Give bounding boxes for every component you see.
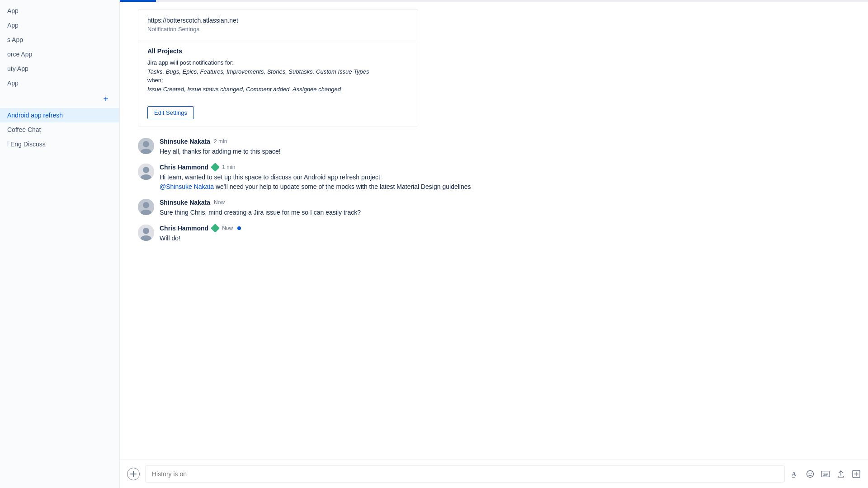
svg-point-10 — [143, 228, 149, 234]
avatar-chris-2 — [138, 225, 154, 241]
sidebar-item-app2[interactable]: App — [0, 18, 119, 33]
message-header-4: Chris Hammond Now — [160, 225, 850, 232]
notification-card-body: All Projects Jira app will post notifica… — [138, 40, 418, 101]
message-input-area: A GIF — [120, 460, 868, 488]
sidebar-item-eng-discuss[interactable]: l Eng Discuss — [0, 137, 119, 151]
sidebar-item-app3[interactable]: s App — [0, 33, 119, 47]
sidebar: App App s App orce App uty App App + And… — [0, 0, 120, 488]
avatar-chris-1 — [138, 164, 154, 180]
diamond-badge-4 — [212, 225, 218, 231]
message-time-3: Now — [214, 199, 225, 206]
message-content-2: Chris Hammond 1 min Hi team, wanted to s… — [160, 164, 850, 192]
avatar-shinsuke-2 — [138, 199, 154, 215]
svg-point-16 — [807, 471, 814, 478]
sidebar-item-app6[interactable]: App — [0, 76, 119, 90]
notification-description: Jira app will post notifications for: Ta… — [147, 58, 409, 94]
message-input[interactable] — [145, 465, 785, 483]
online-indicator — [237, 226, 241, 230]
message-content-4: Chris Hammond Now Will do! — [160, 225, 850, 243]
diamond-icon-4 — [211, 224, 220, 233]
message-author-3: Shinsuke Nakata — [160, 199, 210, 206]
notification-card-footer: Edit Settings — [138, 101, 418, 127]
notifications-for-label: Jira app will post notifications for: — [147, 59, 234, 66]
svg-point-17 — [809, 473, 810, 474]
svg-point-1 — [143, 141, 149, 147]
message-group-4: Chris Hammond Now Will do! — [138, 225, 850, 243]
notification-subtitle: Notification Settings — [147, 26, 409, 33]
notification-url: https://botterscotch.atlassian.net — [147, 17, 409, 24]
when-label: when: — [147, 77, 163, 84]
sidebar-item-app4[interactable]: orce App — [0, 47, 119, 61]
notification-card: https://botterscotch.atlassian.net Notif… — [138, 9, 418, 127]
message-group-2: Chris Hammond 1 min Hi team, wanted to s… — [138, 164, 850, 192]
notification-card-header: https://botterscotch.atlassian.net Notif… — [138, 9, 418, 40]
main-content: https://botterscotch.atlassian.net Notif… — [120, 0, 868, 488]
message-content-3: Shinsuke Nakata Now Sure thing Chris, mi… — [160, 199, 850, 217]
diamond-icon-2 — [211, 163, 220, 172]
message-author-1: Shinsuke Nakata — [160, 138, 210, 145]
issue-types: Tasks, Bugs, Epics, Features, Improvemen… — [147, 68, 369, 75]
svg-point-18 — [811, 473, 812, 474]
svg-point-4 — [143, 167, 149, 173]
message-group-1: Shinsuke Nakata 2 min Hey all, thanks fo… — [138, 138, 850, 156]
message-text-1: Hey all, thanks for adding me to this sp… — [160, 147, 850, 156]
sidebar-item-app5[interactable]: uty App — [0, 61, 119, 76]
edit-settings-button[interactable]: Edit Settings — [147, 106, 194, 119]
message-text-4: Will do! — [160, 234, 850, 243]
message-text-3: Sure thing Chris, mind creating a Jira i… — [160, 208, 850, 217]
all-projects-label: All Projects — [147, 47, 409, 55]
svg-point-7 — [143, 202, 149, 208]
sidebar-item-app1[interactable]: App — [0, 4, 119, 18]
svg-text:GIF: GIF — [823, 473, 829, 477]
gif-icon[interactable]: GIF — [821, 469, 830, 479]
chat-area: https://botterscotch.atlassian.net Notif… — [120, 2, 868, 460]
message-group-3: Shinsuke Nakata Now Sure thing Chris, mi… — [138, 199, 850, 217]
message-header-2: Chris Hammond 1 min — [160, 164, 850, 171]
add-attachment-button[interactable] — [127, 468, 140, 480]
progress-indicator — [120, 0, 156, 2]
sidebar-item-android-app-refresh[interactable]: Android app refresh — [0, 108, 119, 122]
message-time-2: 1 min — [222, 164, 235, 170]
diamond-badge-2 — [212, 164, 218, 170]
top-progress-bar — [120, 0, 868, 2]
text-format-icon[interactable]: A — [790, 469, 799, 479]
avatar-shinsuke-1 — [138, 138, 154, 154]
message-author-4: Chris Hammond — [160, 225, 208, 232]
message-header-3: Shinsuke Nakata Now — [160, 199, 850, 206]
events: Issue Created, Issue status changed, Com… — [147, 86, 341, 93]
message-text-2: Hi team, wanted to set up this space to … — [160, 173, 850, 182]
add-channel-button[interactable]: + — [0, 90, 119, 108]
message-text-2b: @Shinsuke Nakata we'll need your help to… — [160, 182, 850, 192]
more-options-icon[interactable] — [852, 469, 861, 479]
message-time-1: 2 min — [214, 138, 227, 145]
message-content-1: Shinsuke Nakata 2 min Hey all, thanks fo… — [160, 138, 850, 156]
svg-text:A: A — [792, 471, 797, 478]
toolbar-icons: A GIF — [790, 469, 861, 479]
sidebar-item-coffee-chat[interactable]: Coffee Chat — [0, 122, 119, 137]
message-time-4: Now — [222, 225, 233, 231]
message-header-1: Shinsuke Nakata 2 min — [160, 138, 850, 145]
mention-shinsuke[interactable]: @Shinsuke Nakata — [160, 183, 214, 190]
upload-icon[interactable] — [836, 469, 845, 479]
emoji-icon[interactable] — [806, 469, 815, 479]
message-author-2: Chris Hammond — [160, 164, 208, 171]
